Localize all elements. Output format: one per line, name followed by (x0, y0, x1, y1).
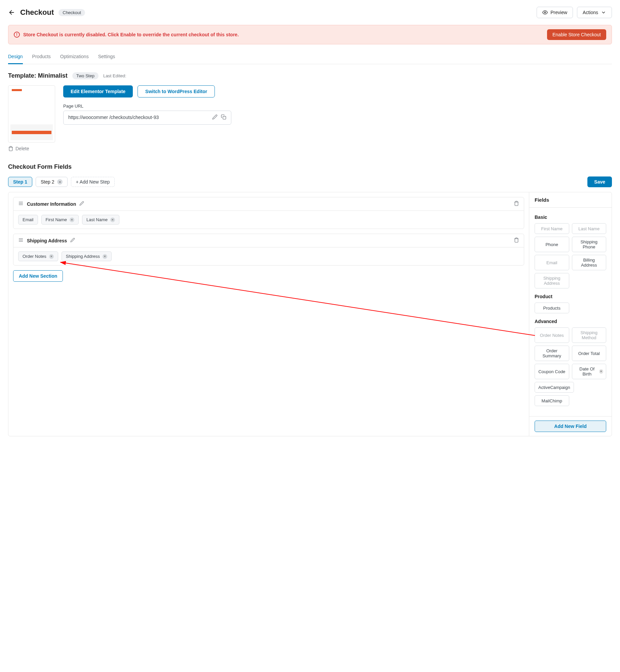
field-first-name[interactable]: First Name ✕ (41, 215, 79, 225)
step-2-label: Step 2 (41, 179, 54, 185)
delete-section-icon[interactable] (514, 237, 519, 244)
remove-step-2-icon[interactable]: ✕ (57, 179, 63, 185)
delete-section-icon[interactable] (514, 201, 519, 207)
edit-section-icon[interactable] (79, 201, 84, 207)
add-new-section-button[interactable]: Add New Section (13, 270, 63, 282)
edit-elementor-button[interactable]: Edit Elementor Template (63, 85, 133, 97)
preview-button[interactable]: Preview (537, 7, 573, 18)
template-body: Delete Edit Elementor Template Switch to… (8, 85, 612, 151)
last-edited-label: Last Edited: (103, 73, 126, 78)
delete-template-button[interactable]: Delete (8, 146, 55, 151)
store-checkout-alert: ! Store Checkout is currently disabled. … (8, 25, 612, 44)
title-chip: Checkout (59, 9, 85, 16)
sidebar-field-order-summary[interactable]: Order Summary (535, 346, 569, 361)
section-header: Shipping Address (13, 234, 524, 247)
sidebar-field-products[interactable]: Products (535, 303, 569, 313)
sidebar-field-mailchimp[interactable]: MailChimp (535, 395, 569, 406)
svg-point-0 (544, 12, 546, 13)
section-customer-information: Customer Information Email First Name ✕ (13, 197, 524, 229)
main-tabs: Design Products Optimizations Settings (8, 54, 612, 64)
drag-handle-icon[interactable] (18, 201, 24, 207)
sidebar-field-first-name[interactable]: First Name (535, 223, 569, 234)
remove-field-icon[interactable]: ✕ (70, 218, 74, 222)
sidebar-field-date-of-birth[interactable]: Date Of Birth ✕ (572, 364, 607, 379)
template-thumbnail-column: Delete (8, 85, 55, 151)
enable-store-checkout-button[interactable]: Enable Store Checkout (547, 29, 606, 40)
back-arrow-icon[interactable] (8, 9, 15, 16)
header-right: Preview Actions (537, 7, 612, 18)
template-actions: Edit Elementor Template Switch to WordPr… (63, 85, 612, 125)
copy-url-icon[interactable] (221, 114, 226, 121)
sidebar-field-shipping-method[interactable]: Shipping Method (572, 327, 607, 343)
tab-products[interactable]: Products (32, 54, 51, 64)
section-name: Shipping Address (27, 238, 67, 243)
group-product-chips: Products (535, 303, 606, 313)
template-step-chip: Two Step (72, 72, 99, 79)
sidebar-field-coupon-code[interactable]: Coupon Code (535, 364, 569, 379)
drag-handle-icon[interactable] (18, 237, 24, 244)
sidebar-field-email[interactable]: Email (535, 255, 569, 270)
field-last-name[interactable]: Last Name ✕ (82, 215, 119, 225)
alert-content: ! Store Checkout is currently disabled. … (14, 32, 239, 38)
chevron-down-icon (601, 10, 606, 15)
alert-message: Store Checkout is currently disabled. Cl… (23, 32, 239, 37)
sidebar-field-activecampaign[interactable]: ActiveCampaign (535, 382, 574, 393)
field-shipping-address[interactable]: Shipping Address ✕ (62, 251, 112, 261)
template-action-row: Edit Elementor Template Switch to WordPr… (63, 85, 612, 97)
tab-settings[interactable]: Settings (98, 54, 115, 64)
fields-sidebar: Fields Basic First Name Last Name Phone … (529, 192, 612, 436)
actions-label: Actions (583, 10, 598, 15)
edit-section-icon[interactable] (70, 238, 75, 243)
add-new-field-button[interactable]: Add New Field (535, 421, 606, 432)
tab-design[interactable]: Design (8, 54, 23, 64)
sidebar-field-shipping-phone[interactable]: Shipping Phone (572, 237, 607, 252)
template-header: Template: Minimalist Two Step Last Edite… (8, 72, 612, 79)
fields-left: Customer Information Email First Name ✕ (8, 192, 529, 436)
remove-field-icon[interactable]: ✕ (599, 369, 603, 374)
group-basic-title: Basic (535, 214, 606, 220)
page-header: Checkout Checkout Preview Actions (8, 7, 612, 18)
section-header: Customer Information (13, 197, 524, 211)
remove-field-icon[interactable]: ✕ (49, 254, 54, 259)
fields-sidebar-body: Basic First Name Last Name Phone Shippin… (529, 208, 612, 416)
template-thumbnail[interactable] (8, 85, 55, 143)
page-title: Checkout (20, 8, 54, 17)
field-email[interactable]: Email (18, 215, 38, 225)
sidebar-field-shipping-address[interactable]: Shipping Address (535, 273, 569, 288)
section-body: Order Notes ✕ Shipping Address ✕ (13, 247, 524, 265)
page-url-value: https://woocommer /checkouts/checkout-93 (68, 114, 209, 121)
alert-icon: ! (14, 32, 20, 38)
switch-wp-editor-button[interactable]: Switch to WordPress Editor (138, 85, 215, 97)
sidebar-field-phone[interactable]: Phone (535, 237, 569, 252)
field-order-notes[interactable]: Order Notes ✕ (18, 251, 58, 261)
header-left: Checkout Checkout (8, 8, 85, 17)
group-advanced-chips: Order Notes Shipping Method Order Summar… (535, 327, 606, 406)
eye-icon (542, 10, 548, 15)
sidebar-field-billing-address[interactable]: Billing Address (572, 255, 607, 270)
actions-button[interactable]: Actions (577, 7, 612, 18)
group-advanced-title: Advanced (535, 319, 606, 324)
group-basic-chips: First Name Last Name Phone Shipping Phon… (535, 223, 606, 288)
form-fields-title: Checkout Form Fields (8, 163, 612, 170)
remove-field-icon[interactable]: ✕ (110, 218, 115, 222)
section-name: Customer Information (27, 201, 76, 207)
step-2-chip[interactable]: Step 2 ✕ (36, 177, 67, 187)
edit-url-icon[interactable] (212, 114, 218, 121)
add-field-wrap: Add New Field (529, 416, 612, 436)
section-body: Email First Name ✕ Last Name ✕ (13, 211, 524, 229)
sidebar-field-last-name[interactable]: Last Name (572, 223, 607, 234)
steps-left: Step 1 Step 2 ✕ + Add New Step (8, 177, 115, 187)
fields-sidebar-title: Fields (529, 192, 612, 208)
sidebar-field-order-total[interactable]: Order Total (572, 346, 607, 361)
delete-label: Delete (15, 146, 29, 151)
add-step-chip[interactable]: + Add New Step (71, 177, 115, 187)
tab-optimizations[interactable]: Optimizations (60, 54, 89, 64)
remove-field-icon[interactable]: ✕ (103, 254, 107, 259)
save-button[interactable]: Save (587, 176, 612, 187)
steps-row: Step 1 Step 2 ✕ + Add New Step Save (8, 176, 612, 187)
sidebar-field-order-notes[interactable]: Order Notes (535, 327, 569, 343)
template-title: Template: Minimalist (8, 72, 68, 79)
step-1-chip[interactable]: Step 1 (8, 177, 32, 187)
svg-rect-1 (223, 116, 226, 119)
group-product-title: Product (535, 294, 606, 299)
